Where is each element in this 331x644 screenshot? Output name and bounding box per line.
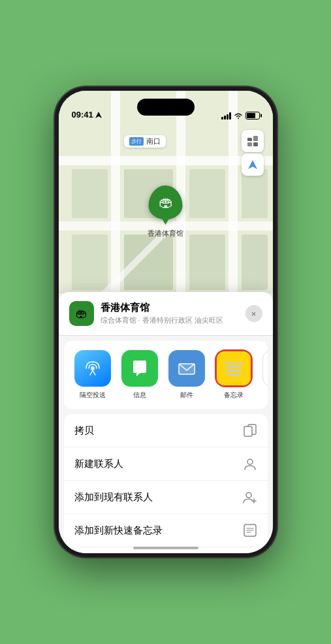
battery-icon bbox=[245, 112, 260, 120]
action-add-contact[interactable]: 添加到现有联系人 bbox=[64, 481, 268, 514]
notes-label: 备忘录 bbox=[224, 391, 244, 400]
status-time: 09:41 bbox=[72, 110, 93, 120]
svg-marker-24 bbox=[248, 160, 257, 169]
venue-info: 香港体育馆 综合体育馆 · 香港特别行政区 油尖旺区 bbox=[101, 302, 239, 325]
phone-frame: 09:41 bbox=[55, 87, 277, 557]
map-controls[interactable] bbox=[242, 130, 264, 176]
svg-rect-31 bbox=[244, 427, 252, 436]
svg-line-26 bbox=[90, 370, 93, 375]
map-label-icon: 步行 bbox=[129, 137, 144, 146]
pin-icon: 🏟 bbox=[159, 194, 173, 211]
svg-rect-11 bbox=[189, 169, 225, 218]
svg-point-32 bbox=[247, 459, 253, 464]
svg-rect-20 bbox=[247, 138, 252, 141]
svg-rect-18 bbox=[242, 234, 268, 290]
map-label: 步行 南口 bbox=[124, 135, 166, 148]
status-icons bbox=[221, 112, 260, 120]
map-label-text: 南口 bbox=[146, 137, 161, 146]
mail-icon bbox=[168, 350, 205, 387]
action-quick-note[interactable]: 添加到新快速备忘录 bbox=[64, 514, 268, 547]
svg-point-33 bbox=[246, 492, 251, 498]
copy-icon bbox=[243, 423, 257, 438]
airdrop-label: 隔空投送 bbox=[80, 391, 106, 400]
svg-rect-8 bbox=[72, 169, 108, 218]
location-button[interactable] bbox=[242, 153, 264, 176]
map-pin: 🏟 bbox=[149, 185, 183, 219]
more-icon bbox=[262, 350, 268, 387]
share-item-airdrop[interactable]: 隔空投送 bbox=[74, 350, 111, 400]
svg-point-25 bbox=[91, 366, 95, 370]
action-add-contact-label: 添加到现有联系人 bbox=[74, 491, 153, 504]
venue-icon: 🏟 bbox=[69, 301, 94, 326]
quick-note-icon bbox=[243, 523, 257, 538]
action-new-contact-label: 新建联系人 bbox=[74, 458, 123, 470]
svg-rect-12 bbox=[189, 234, 225, 290]
svg-marker-0 bbox=[95, 112, 102, 118]
close-button[interactable]: × bbox=[245, 305, 262, 322]
messages-label: 信息 bbox=[133, 391, 146, 400]
share-item-messages[interactable]: 信息 bbox=[121, 350, 158, 400]
svg-rect-2 bbox=[59, 156, 273, 165]
svg-rect-13 bbox=[72, 234, 108, 290]
map-type-button[interactable] bbox=[242, 130, 264, 152]
location-arrow-icon bbox=[95, 112, 102, 118]
notes-icon bbox=[215, 350, 252, 387]
messages-icon bbox=[121, 350, 158, 387]
phone-screen: 09:41 bbox=[59, 91, 273, 553]
mail-label: 邮件 bbox=[180, 391, 193, 400]
airdrop-icon bbox=[74, 350, 111, 387]
signal-icon bbox=[221, 112, 231, 120]
share-item-mail[interactable]: 邮件 bbox=[168, 350, 205, 400]
svg-rect-17 bbox=[242, 169, 268, 218]
bottom-sheet: 🏟 香港体育馆 综合体育馆 · 香港特别行政区 油尖旺区 × bbox=[59, 292, 273, 553]
action-copy[interactable]: 拷贝 bbox=[64, 414, 268, 447]
svg-rect-21 bbox=[253, 136, 258, 141]
svg-line-27 bbox=[93, 370, 95, 375]
share-item-more[interactable]: 推 bbox=[262, 350, 268, 400]
svg-rect-22 bbox=[247, 142, 252, 146]
action-quick-note-label: 添加到新快速备忘录 bbox=[74, 524, 163, 537]
map-pin-label: 香港体育馆 bbox=[148, 229, 183, 238]
venue-header: 🏟 香港体育馆 综合体育馆 · 香港特别行政区 油尖旺区 × bbox=[59, 292, 273, 336]
svg-rect-23 bbox=[253, 142, 258, 146]
venue-name: 香港体育馆 bbox=[101, 302, 239, 314]
map-pin-container: 🏟 香港体育馆 bbox=[148, 185, 183, 238]
share-row: 隔空投送 信息 bbox=[64, 341, 268, 409]
venue-subtitle: 综合体育馆 · 香港特别行政区 油尖旺区 bbox=[101, 315, 239, 325]
wifi-icon bbox=[234, 112, 243, 120]
action-list: 拷贝 新建联系人 添加到现有联系人 bbox=[64, 414, 268, 553]
action-new-contact[interactable]: 新建联系人 bbox=[64, 447, 268, 481]
dynamic-island bbox=[137, 99, 195, 116]
add-contact-icon bbox=[243, 490, 257, 504]
action-copy-label: 拷贝 bbox=[74, 425, 94, 437]
home-indicator bbox=[133, 547, 198, 549]
new-contact-icon bbox=[243, 457, 257, 471]
share-item-notes[interactable]: 备忘录 bbox=[215, 350, 252, 400]
